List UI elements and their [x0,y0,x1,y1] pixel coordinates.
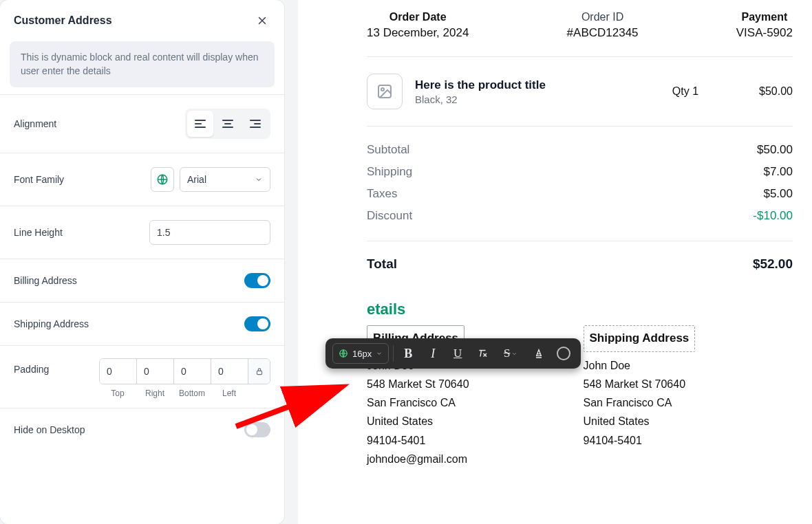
addr-street: 548 Market St 70640 [584,375,793,393]
shipping-address-column[interactable]: Shipping Address John Doe 548 Market St … [584,325,793,468]
toolbar-font-size-value: 16px [352,349,372,359]
line-height-input[interactable] [149,220,270,245]
taxes-label: Taxes [367,187,397,201]
hide-desktop-row: Hide on Desktop [0,408,284,451]
padding-left-input[interactable] [211,359,248,384]
shipping-toggle[interactable] [244,316,270,331]
discount-label: Discount [367,209,412,223]
info-banner: This is dynamic block and real content w… [10,41,275,87]
globe-icon [156,173,169,186]
underline-icon: U [453,347,462,360]
preview-canvas: Order Date 13 December, 2024 Order ID #A… [298,0,812,524]
chevron-down-icon [511,351,517,357]
shipping-address-heading[interactable]: Shipping Address [584,325,696,352]
bold-icon: B [404,347,412,361]
close-button[interactable] [254,12,270,29]
text-color-icon [533,348,544,359]
addr-zip: 94104-5401 [367,431,577,450]
billing-toggle-row: Billing Address [0,259,284,302]
alignment-label: Alignment [14,118,56,129]
billing-label: Billing Address [14,275,77,286]
separator [393,345,394,362]
addr-city: San Francisco CA [584,393,793,412]
panel-title: Customer Address [14,14,112,27]
addr-email: johndoe@gmail.com [367,450,577,468]
text-format-toolbar[interactable]: 16px B I U S [325,338,581,369]
chevron-down-icon [255,175,263,184]
text-color-button[interactable] [528,343,549,364]
subtotal-label: Subtotal [367,143,409,157]
settings-panel: Customer Address This is dynamic block a… [0,0,284,524]
payment-value: VISA-5902 [736,26,793,40]
circle-icon [557,347,570,360]
addr-country: United States [584,412,793,430]
subtotal-value: $50.00 [757,143,793,157]
highlight-color-button[interactable] [553,343,574,364]
pad-label-right: Right [136,389,173,398]
line-item: Here is the product title Black, 32 Qty … [339,57,812,126]
pad-label-left: Left [211,389,248,398]
shipping-toggle-row: Shipping Address [0,302,284,345]
bold-button[interactable]: B [398,343,418,364]
addr-zip: 94104-5401 [584,431,793,450]
product-title: Here is the product title [415,78,660,92]
product-thumbnail [367,74,403,109]
product-qty: Qty 1 [672,85,698,98]
italic-button[interactable]: I [423,343,443,364]
align-left-button[interactable] [187,111,213,137]
shipping-value: $7.00 [763,165,793,179]
padding-row: Padding Top Right Bottom Left [0,345,284,408]
svg-rect-1 [257,371,261,375]
order-date-value: 13 December, 2024 [367,26,469,40]
addr-city: San Francisco CA [367,393,577,412]
lock-icon [255,367,264,376]
clear-format-icon [476,347,489,360]
details-heading-partial: etails [339,301,812,318]
addr-name: John Doe [584,356,793,375]
product-price: $50.00 [759,85,793,98]
discount-value: -$10.00 [753,209,793,223]
hide-desktop-label: Hide on Desktop [14,424,85,435]
alignment-row: Alignment [0,94,284,153]
svg-point-3 [381,88,384,91]
align-right-button[interactable] [242,111,268,137]
toolbar-font-size-select[interactable]: 16px [332,343,389,364]
align-left-icon [195,120,206,128]
italic-icon: I [431,347,435,361]
padding-lock-button[interactable] [248,359,270,384]
padding-label: Padding [14,358,89,375]
pad-label-bottom: Bottom [173,389,211,398]
font-globe-button[interactable] [151,167,174,192]
hide-desktop-toggle[interactable] [244,422,270,437]
total-label: Total [367,256,397,272]
alignment-group [185,109,270,139]
order-id-label: Order ID [567,11,639,23]
addr-street: 548 Market St 70640 [367,375,577,393]
padding-top-input[interactable] [100,359,137,384]
clear-format-button[interactable] [472,343,493,364]
order-summary: Subtotal$50.00 Shipping$7.00 Taxes$5.00 … [339,127,812,241]
globe-icon [339,349,348,358]
product-subtitle: Black, 32 [415,94,660,105]
strikethrough-icon: S [504,347,510,360]
font-family-value: Arial [187,174,206,185]
order-id-value: #ABCD12345 [567,26,639,40]
chevron-down-icon [376,350,383,357]
payment-label: Payment [736,11,793,23]
font-family-row: Font Family Arial [0,153,284,206]
billing-toggle[interactable] [244,273,270,288]
line-height-label: Line Height [14,227,63,238]
padding-right-input[interactable] [137,359,174,384]
order-header: Order Date 13 December, 2024 Order ID #A… [339,0,812,56]
font-family-select[interactable]: Arial [180,167,270,192]
pad-label-top: Top [99,389,136,398]
underline-button[interactable]: U [447,343,468,364]
taxes-value: $5.00 [763,187,793,201]
shipping-label: Shipping Address [14,318,89,329]
align-center-button[interactable] [215,111,241,137]
total-row: Total $52.00 [339,241,812,288]
padding-bottom-input[interactable] [174,359,211,384]
total-value: $52.00 [753,256,793,272]
strikethrough-button[interactable]: S [497,343,524,364]
align-center-icon [222,120,233,128]
